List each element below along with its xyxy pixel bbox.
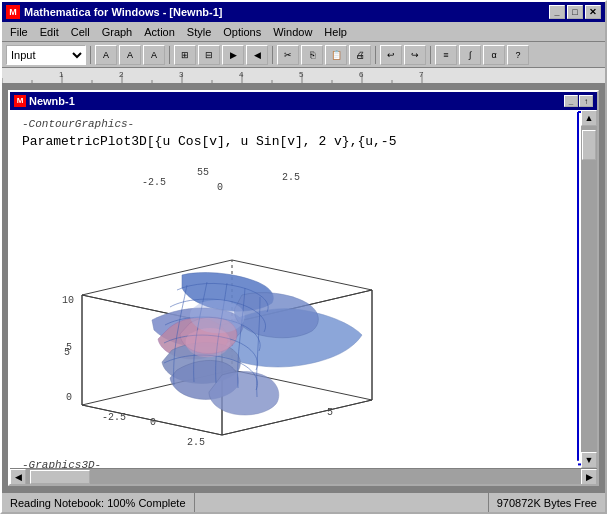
toolbar-btn-12[interactable]: ↩ xyxy=(380,45,402,65)
svg-text:-2.5: -2.5 xyxy=(102,412,126,423)
inner-title-bar: M Newnb-1 _ ↑ xyxy=(10,92,597,110)
menu-cell[interactable]: Cell xyxy=(65,24,96,40)
menu-options[interactable]: Options xyxy=(217,24,267,40)
title-bar-left: M Mathematica for Windows - [Newnb-1] xyxy=(6,5,223,19)
svg-text:3: 3 xyxy=(179,70,184,79)
horizontal-scrollbar[interactable]: ◀ ▶ xyxy=(10,468,597,484)
toolbar-btn-5[interactable]: ⊟ xyxy=(198,45,220,65)
toolbar-separator-3 xyxy=(272,46,273,64)
svg-text:5: 5 xyxy=(327,407,333,418)
svg-text:5: 5 xyxy=(299,70,304,79)
toolbar-btn-1[interactable]: A xyxy=(95,45,117,65)
status-bar: Reading Notebook: 100% Complete 970872K … xyxy=(2,492,605,512)
svg-text:5: 5 xyxy=(64,347,70,358)
inner-title-text: Newnb-1 xyxy=(29,95,75,107)
menu-action[interactable]: Action xyxy=(138,24,181,40)
menu-file[interactable]: File xyxy=(4,24,34,40)
toolbar-btn-9[interactable]: ⎘ xyxy=(301,45,323,65)
svg-text:1: 1 xyxy=(59,70,64,79)
mdi-window: M Newnb-1 _ ↑ -ContourGraphics- Parame xyxy=(8,90,599,486)
svg-text:55: 55 xyxy=(197,167,209,178)
inner-maximize[interactable]: ↑ xyxy=(579,95,593,107)
svg-text:4: 4 xyxy=(239,70,244,79)
toolbar-btn-13[interactable]: ↪ xyxy=(404,45,426,65)
title-buttons: _ □ ✕ xyxy=(549,5,601,19)
toolbar-btn-7[interactable]: ◀ xyxy=(246,45,268,65)
scroll-down-button[interactable]: ▼ xyxy=(581,452,597,468)
status-left-text: Reading Notebook: 100% Complete xyxy=(10,497,186,509)
menu-window[interactable]: Window xyxy=(267,24,318,40)
ruler: 1 2 3 4 5 6 7 xyxy=(2,68,605,84)
svg-text:2.5: 2.5 xyxy=(187,437,205,448)
status-right-text: 970872K Bytes Free xyxy=(497,497,597,509)
svg-text:0: 0 xyxy=(217,182,223,193)
toolbar-btn-4[interactable]: ⊞ xyxy=(174,45,196,65)
svg-text:6: 6 xyxy=(359,70,364,79)
minimize-button[interactable]: _ xyxy=(549,5,565,19)
toolbar-separator-5 xyxy=(430,46,431,64)
svg-text:2: 2 xyxy=(119,70,124,79)
toolbar-btn-6[interactable]: ▶ xyxy=(222,45,244,65)
close-button[interactable]: ✕ xyxy=(585,5,601,19)
toolbar-btn-10[interactable]: 📋 xyxy=(325,45,347,65)
svg-text:2.5: 2.5 xyxy=(282,172,300,183)
toolbar-btn-15[interactable]: ∫ xyxy=(459,45,481,65)
scroll-track-vertical[interactable] xyxy=(581,126,597,452)
menu-graph[interactable]: Graph xyxy=(96,24,139,40)
notebook-page: -ContourGraphics- ParametricPlot3D[{u Co… xyxy=(10,110,581,468)
menu-help[interactable]: Help xyxy=(318,24,353,40)
menu-style[interactable]: Style xyxy=(181,24,217,40)
style-selector[interactable]: Input xyxy=(6,45,86,65)
toolbar-btn-2[interactable]: A xyxy=(119,45,141,65)
menu-bar: File Edit Cell Graph Action Style Option… xyxy=(2,22,605,42)
inner-title-buttons: _ ↑ xyxy=(564,95,593,107)
app-icon: M xyxy=(6,5,20,19)
toolbar-btn-16[interactable]: α xyxy=(483,45,505,65)
top-section-label: -ContourGraphics- xyxy=(22,118,569,130)
svg-text:0: 0 xyxy=(150,417,156,428)
notebook-content-area: -ContourGraphics- ParametricPlot3D[{u Co… xyxy=(10,110,581,468)
notebook-scroll-area: -ContourGraphics- ParametricPlot3D[{u Co… xyxy=(10,110,597,468)
scroll-left-button[interactable]: ◀ xyxy=(10,469,26,485)
scroll-thumb-horizontal[interactable] xyxy=(30,470,90,484)
menu-edit[interactable]: Edit xyxy=(34,24,65,40)
toolbar-separator-4 xyxy=(375,46,376,64)
svg-text:0: 0 xyxy=(66,392,72,403)
toolbar-btn-17[interactable]: ? xyxy=(507,45,529,65)
app-window: M Mathematica for Windows - [Newnb-1] _ … xyxy=(0,0,607,514)
svg-text:-2.5: -2.5 xyxy=(142,177,166,188)
scroll-thumb-vertical[interactable] xyxy=(582,130,596,160)
vertical-scrollbar[interactable]: ▲ ▼ xyxy=(581,110,597,468)
inner-title-left: M Newnb-1 xyxy=(14,95,75,107)
inner-app-icon: M xyxy=(14,95,26,107)
svg-text:7: 7 xyxy=(419,70,424,79)
toolbar-btn-8[interactable]: ✂ xyxy=(277,45,299,65)
toolbar-separator xyxy=(90,46,91,64)
bottom-section-label: -Graphics3D- xyxy=(22,459,569,468)
cell-bracket-area xyxy=(569,110,581,468)
plot-svg: 10 5 0 55 -2.5 0 2.5 -2.5 0 xyxy=(22,155,412,455)
status-left: Reading Notebook: 100% Complete xyxy=(2,493,195,512)
cell-brackets-svg xyxy=(569,110,581,468)
maximize-button[interactable]: □ xyxy=(567,5,583,19)
inner-minimize[interactable]: _ xyxy=(564,95,578,107)
toolbar-separator-2 xyxy=(169,46,170,64)
plot-container[interactable]: 10 5 0 55 -2.5 0 2.5 -2.5 0 xyxy=(22,155,412,455)
code-expression: ParametricPlot3D[{u Cos[v], u Sin[v], 2 … xyxy=(22,134,569,149)
toolbar-btn-11[interactable]: 🖨 xyxy=(349,45,371,65)
app-title: Mathematica for Windows - [Newnb-1] xyxy=(24,6,223,18)
scroll-right-button[interactable]: ▶ xyxy=(581,469,597,485)
toolbar-btn-3[interactable]: A xyxy=(143,45,165,65)
scroll-track-horizontal[interactable] xyxy=(26,469,581,484)
toolbar: Input A A A ⊞ ⊟ ▶ ◀ ✂ ⎘ 📋 🖨 ↩ ↪ ≡ ∫ α ? xyxy=(2,42,605,68)
title-bar: M Mathematica for Windows - [Newnb-1] _ … xyxy=(2,2,605,22)
scroll-up-button[interactable]: ▲ xyxy=(581,110,597,126)
status-right: 970872K Bytes Free xyxy=(488,493,605,512)
svg-text:10: 10 xyxy=(62,295,74,306)
ruler-content: 1 2 3 4 5 6 7 xyxy=(2,68,605,83)
toolbar-btn-14[interactable]: ≡ xyxy=(435,45,457,65)
